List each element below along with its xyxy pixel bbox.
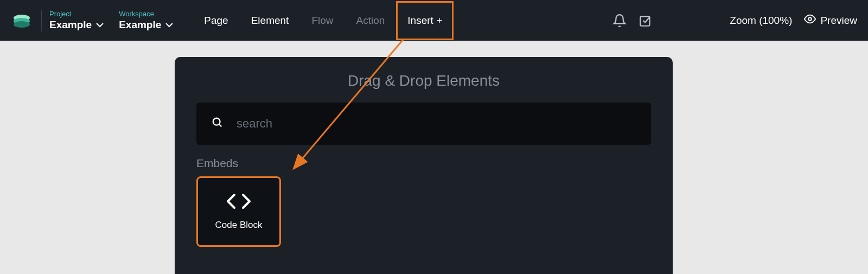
svg-point-4 — [809, 17, 812, 21]
app-logo[interactable] — [11, 10, 33, 31]
eye-icon — [804, 13, 816, 28]
workspace-selector[interactable]: Workspace Example — [119, 10, 173, 31]
insert-panel: Drag & Drop Elements Embeds Code Block — [175, 57, 673, 274]
chevron-down-icon — [165, 20, 173, 30]
code-block-tile[interactable]: Code Block — [196, 176, 281, 247]
project-selector[interactable]: Project Example — [49, 10, 104, 31]
bell-icon[interactable] — [612, 14, 627, 28]
top-bar: Project Example Workspace Example Page E… — [0, 0, 868, 41]
search-input[interactable] — [237, 117, 636, 131]
canvas-stage: Drag & Drop Elements Embeds Code Block — [0, 41, 868, 274]
nav-insert[interactable]: Insert + — [396, 1, 454, 40]
svg-point-5 — [213, 118, 220, 125]
nav-page[interactable]: Page — [193, 1, 239, 40]
workspace-label: Workspace — [119, 10, 173, 18]
nav-action[interactable]: Action — [345, 1, 397, 40]
tile-label: Code Block — [215, 220, 263, 231]
panel-title: Drag & Drop Elements — [196, 72, 651, 90]
section-embeds-label: Embeds — [196, 157, 651, 170]
divider — [41, 10, 42, 31]
chevron-down-icon — [96, 20, 104, 30]
search-row — [196, 103, 651, 145]
zoom-level[interactable]: Zoom (100%) — [730, 15, 792, 27]
code-icon — [226, 193, 252, 212]
nav-element[interactable]: Element — [240, 1, 301, 40]
project-value: Example — [49, 19, 92, 31]
right-actions: Zoom (100%) Preview — [612, 13, 857, 28]
workspace-value: Example — [119, 19, 161, 31]
preview-button[interactable]: Preview — [804, 13, 857, 28]
project-label: Project — [49, 10, 104, 18]
nav-flow[interactable]: Flow — [300, 1, 344, 40]
search-icon — [212, 117, 224, 131]
svg-line-6 — [219, 124, 222, 127]
svg-point-2 — [14, 21, 30, 28]
main-nav: Page Element Flow Action Insert + — [193, 1, 454, 40]
preview-label: Preview — [820, 15, 857, 27]
checkbox-icon[interactable] — [639, 14, 653, 28]
